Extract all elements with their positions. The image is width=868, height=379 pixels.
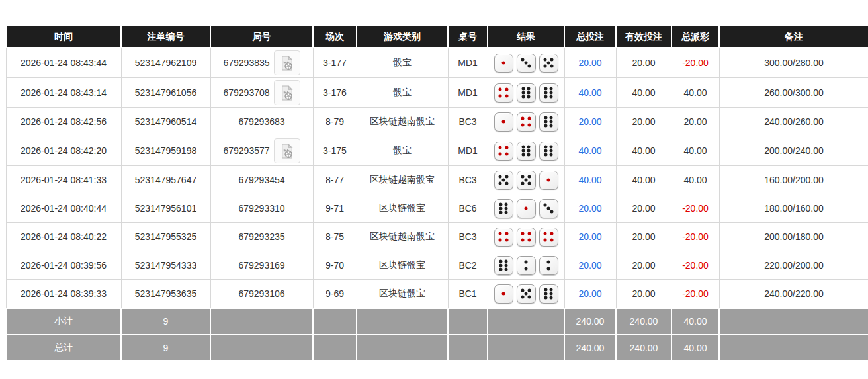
die-icon (494, 54, 513, 73)
payout-cell: 40.00 (672, 136, 719, 166)
round-cell: 679293683 (210, 108, 313, 136)
round-cell: 679293106 (210, 280, 313, 309)
total-row: 总计 9 240.00 240.00 40.00 (6, 335, 868, 361)
payout-cell: -20.00 (672, 194, 719, 223)
table-row: 2026-01-24 08:40:44 523147956101 6792933… (6, 194, 868, 223)
video-replay-button[interactable] (274, 50, 300, 75)
game-type-cell: 区块链越南骰宝 (357, 108, 448, 136)
result-cell (488, 136, 564, 166)
die-icon (517, 284, 536, 304)
round-cell: 679293454 (210, 166, 313, 194)
valid-bet-cell: 20.00 (616, 223, 672, 251)
die-icon (539, 228, 558, 247)
die-icon (517, 112, 536, 132)
die-icon (517, 199, 536, 218)
video-file-icon (279, 143, 296, 159)
dice-result (491, 228, 562, 247)
die-icon (539, 171, 558, 190)
dice-result (491, 54, 562, 73)
time-cell: 2026-01-24 08:42:56 (6, 108, 121, 136)
total-bet-cell: 20.00 (564, 194, 616, 223)
payout-cell: 40.00 (672, 78, 719, 108)
total-bet-cell: 40.00 (564, 166, 616, 194)
result-cell (488, 166, 564, 194)
round-cell: 679293235 (210, 223, 313, 251)
table-row: 2026-01-24 08:42:56 523147960514 6792936… (6, 108, 868, 136)
total-label: 总计 (6, 335, 121, 361)
session-cell: 3-175 (313, 136, 357, 166)
session-cell: 9-71 (313, 194, 357, 223)
game-type-cell: 区块链骰宝 (357, 194, 448, 223)
column-header: 桌号 (448, 26, 488, 48)
total-count: 9 (121, 335, 210, 361)
die-icon (517, 256, 536, 275)
table-number-cell: BC3 (448, 166, 488, 194)
video-file-icon (279, 85, 296, 101)
game-type-cell: 骰宝 (357, 136, 448, 166)
result-cell (488, 78, 564, 108)
payout-cell: -20.00 (672, 48, 719, 78)
die-icon (494, 142, 513, 161)
die-icon (539, 142, 558, 161)
total-bet-cell: 40.00 (564, 136, 616, 166)
bet-id-cell: 523147956101 (121, 194, 210, 223)
valid-bet-cell: 20.00 (616, 251, 672, 280)
dice-result (491, 142, 562, 161)
result-cell (488, 194, 564, 223)
dice-result (491, 256, 562, 275)
time-cell: 2026-01-24 08:40:44 (6, 194, 121, 223)
die-icon (517, 83, 536, 103)
bet-id-cell: 523147959198 (121, 136, 210, 166)
video-file-icon (279, 55, 296, 71)
valid-bet-cell: 40.00 (616, 78, 672, 108)
time-cell: 2026-01-24 08:41:33 (6, 166, 121, 194)
payout-cell: -20.00 (672, 251, 719, 280)
column-header: 注单编号 (121, 26, 210, 48)
valid-bet-cell: 20.00 (616, 280, 672, 309)
die-icon (517, 228, 536, 247)
table-row: 2026-01-24 08:43:14 523147961056 6792937… (6, 78, 868, 108)
column-header: 备注 (719, 26, 868, 48)
dice-result (491, 83, 562, 103)
subtotal-label: 小计 (6, 308, 121, 335)
bet-id-cell: 523147953635 (121, 280, 210, 309)
die-icon (494, 228, 513, 247)
subtotal-row: 小计 9 240.00 240.00 40.00 (6, 308, 868, 335)
die-icon (539, 54, 558, 73)
remark-cell: 200.00/180.00 (719, 223, 868, 251)
round-cell: 679293835 (210, 48, 313, 78)
column-header: 结果 (488, 26, 564, 48)
session-cell: 9-70 (313, 251, 357, 280)
session-cell: 8-75 (313, 223, 357, 251)
bet-id-cell: 523147955325 (121, 223, 210, 251)
table-row: 2026-01-24 08:39:33 523147953635 6792931… (6, 280, 868, 309)
round-number: 679293106 (238, 288, 284, 299)
round-number: 679293454 (238, 175, 284, 185)
bet-id-cell: 523147957647 (121, 166, 210, 194)
remark-cell: 200.00/240.00 (719, 136, 868, 166)
game-type-cell: 骰宝 (357, 48, 448, 78)
payout-cell: -20.00 (672, 223, 719, 251)
table-row: 2026-01-24 08:41:33 523147957647 6792934… (6, 166, 868, 194)
round-number: 679293577 (223, 146, 269, 156)
bet-id-cell: 523147962109 (121, 48, 210, 78)
round-number: 679293708 (223, 87, 269, 98)
column-header: 有效投注 (616, 26, 672, 48)
table-row: 2026-01-24 08:40:22 523147955325 6792932… (6, 223, 868, 251)
table-number-cell: BC1 (448, 280, 488, 309)
valid-bet-cell: 20.00 (616, 108, 672, 136)
valid-bet-cell: 40.00 (616, 136, 672, 166)
table-body: 2026-01-24 08:43:44 523147962109 6792938… (6, 48, 868, 308)
round-number: 679293169 (238, 260, 284, 271)
bet-id-cell: 523147961056 (121, 78, 210, 108)
remark-cell: 240.00/220.00 (719, 280, 868, 309)
die-icon (539, 256, 558, 275)
dice-result (491, 112, 562, 132)
video-replay-button[interactable] (274, 80, 300, 105)
die-icon (539, 83, 558, 103)
subtotal-total-bet: 240.00 (564, 308, 616, 335)
video-replay-button[interactable] (274, 138, 300, 163)
table-number-cell: BC3 (448, 223, 488, 251)
table-number-cell: MD1 (448, 48, 488, 78)
total-bet-cell: 20.00 (564, 223, 616, 251)
